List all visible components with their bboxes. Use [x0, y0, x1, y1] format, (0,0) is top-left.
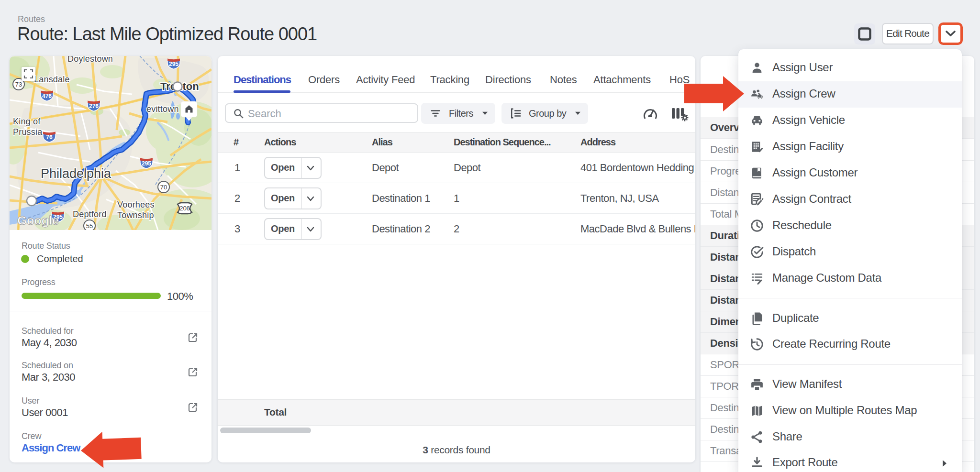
svg-text:Doylestown: Doylestown — [67, 56, 113, 64]
svg-text:Deptford: Deptford — [73, 209, 107, 219]
svg-text:Google: Google — [17, 213, 59, 228]
svg-text:295: 295 — [142, 160, 151, 167]
svg-text:70: 70 — [160, 184, 167, 191]
svg-text:476: 476 — [42, 93, 52, 99]
svg-text:Philadelphia: Philadelphia — [41, 166, 111, 181]
svg-text:55: 55 — [86, 222, 93, 230]
svg-text:276: 276 — [89, 103, 99, 110]
svg-text:Voorhees: Voorhees — [117, 200, 155, 209]
svg-text:295: 295 — [169, 61, 178, 67]
svg-text:76: 76 — [46, 134, 53, 141]
svg-text:King of: King of — [13, 117, 41, 126]
svg-text:206: 206 — [179, 205, 190, 212]
svg-text:Township: Township — [117, 210, 154, 220]
svg-text:Prussia: Prussia — [13, 127, 43, 137]
svg-text:evittown: evittown — [146, 104, 179, 114]
svg-text:73: 73 — [15, 81, 22, 88]
svg-text:Lansdale: Lansdale — [34, 75, 70, 84]
